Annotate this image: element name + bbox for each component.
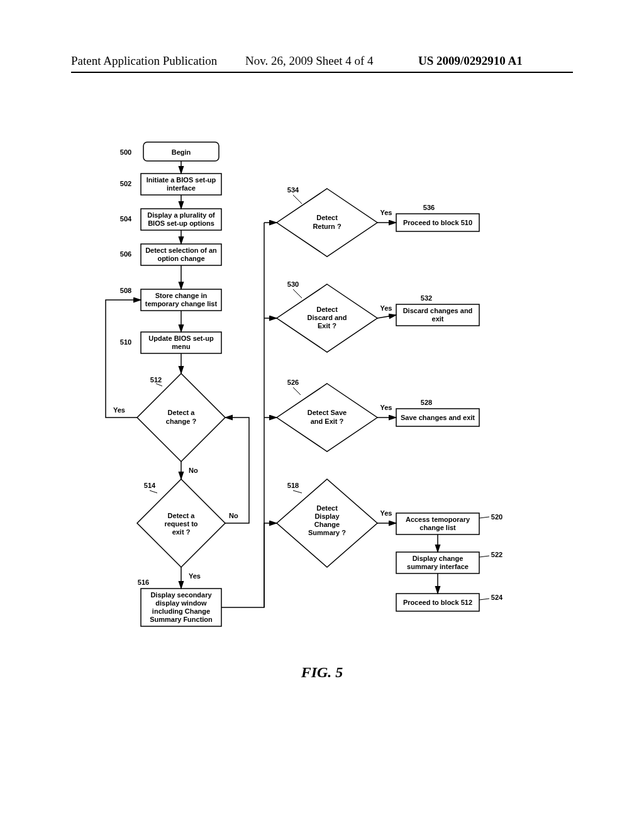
node-522-l1: Display change xyxy=(413,555,464,562)
node-510-l2: menu xyxy=(172,343,190,350)
edge-514-512-no: No xyxy=(229,512,238,519)
label-508: 508 xyxy=(120,287,131,294)
label-504: 504 xyxy=(120,215,132,223)
edge-514-516-yes: Yes xyxy=(189,572,201,580)
node-506-l2: option change xyxy=(157,255,204,262)
node-530-l2: Discard and xyxy=(308,314,347,321)
node-530-l3: Exit ? xyxy=(318,322,336,329)
node-536-text: Proceed to block 510 xyxy=(403,219,472,226)
label-500: 500 xyxy=(120,148,131,156)
label-524: 524 xyxy=(491,594,503,601)
node-528-text: Save changes and exit xyxy=(401,414,475,421)
edge-530-532 xyxy=(377,315,396,318)
node-508-l2: temporary change list xyxy=(145,300,218,307)
node-518-l3: Change xyxy=(314,521,340,528)
edge-534-536-yes: Yes xyxy=(380,209,392,216)
header-right: US 2009/0292910 A1 xyxy=(418,54,523,68)
node-516-l1: Display secondary xyxy=(150,591,212,599)
node-510-l1: Update BIOS set-up xyxy=(148,335,214,342)
node-512-l1: Detect a xyxy=(168,409,196,416)
header-rule xyxy=(71,72,573,73)
node-532-l2: exit xyxy=(432,315,444,323)
node-526-l2: and Exit ? xyxy=(311,418,344,425)
edge-512-508-yes: Yes xyxy=(113,406,125,414)
tick-518 xyxy=(293,490,302,493)
tick-514 xyxy=(150,490,157,493)
node-532-l1: Discard changes and xyxy=(403,307,473,314)
node-518-l1: Detect xyxy=(316,504,338,512)
tick-530 xyxy=(293,289,302,298)
label-526: 526 xyxy=(287,379,299,386)
edge-516-518 xyxy=(221,523,277,607)
label-518: 518 xyxy=(287,482,299,489)
page: Patent Application Publication Nov. 26, … xyxy=(0,0,644,830)
tick-526 xyxy=(293,387,301,395)
node-502-l1: Initiate a BIOS set-up xyxy=(147,176,216,184)
label-520: 520 xyxy=(491,513,502,521)
node-514-l1: Detect a xyxy=(168,512,196,519)
node-530-l1: Detect xyxy=(316,306,338,313)
node-522-l2: summary interface xyxy=(407,563,469,570)
node-512-l2: change ? xyxy=(166,418,197,425)
edge-530-532-yes: Yes xyxy=(380,304,392,312)
label-506: 506 xyxy=(120,250,131,258)
node-516-l4: Summary Function xyxy=(150,616,213,623)
node-518-l2: Display xyxy=(314,512,340,520)
edge-526-528-yes: Yes xyxy=(380,404,392,411)
node-520-l1: Access temoporary xyxy=(406,516,470,523)
edge-512-508 xyxy=(106,300,141,418)
flowchart-svg: Begin 500 Initiate a BIOS set-up interfa… xyxy=(0,116,644,719)
node-500-text: Begin xyxy=(172,148,191,156)
label-536: 536 xyxy=(423,204,435,211)
node-524-text: Proceed to block 512 xyxy=(403,599,472,606)
label-534: 534 xyxy=(287,186,299,194)
node-506-l1: Detect selection of an xyxy=(145,246,217,254)
figure-caption: FIG. 5 xyxy=(0,664,644,681)
node-526-l1: Detect Save xyxy=(308,409,347,416)
label-516: 516 xyxy=(138,578,149,586)
node-518-l4: Summary ? xyxy=(308,529,346,536)
node-534-l2: Return ? xyxy=(313,223,341,230)
node-504-l2: BIOS set-up options xyxy=(148,219,214,227)
tick-522 xyxy=(479,556,489,557)
edge-514-512 xyxy=(225,418,249,523)
node-516-l3: including Change xyxy=(152,607,210,615)
node-504-l1: Display a plurality of xyxy=(147,211,215,219)
label-502: 502 xyxy=(120,180,131,187)
label-514: 514 xyxy=(144,482,156,489)
tick-520 xyxy=(479,517,489,518)
flowchart: Begin 500 Initiate a BIOS set-up interfa… xyxy=(0,116,644,719)
label-510: 510 xyxy=(120,338,131,346)
node-514-l2: request to xyxy=(164,520,197,528)
node-514-l3: exit ? xyxy=(172,528,191,536)
label-512: 512 xyxy=(150,376,162,384)
label-532: 532 xyxy=(421,294,432,302)
node-516-l2: display window xyxy=(155,599,207,607)
edge-518-520-yes: Yes xyxy=(380,509,392,517)
header-middle: Nov. 26, 2009 Sheet 4 of 4 xyxy=(245,54,374,68)
tick-524 xyxy=(479,599,489,600)
header-left: Patent Application Publication xyxy=(71,54,217,68)
tick-534 xyxy=(293,195,302,204)
node-508-l1: Store change in xyxy=(155,292,208,299)
node-520-l2: change list xyxy=(419,524,456,531)
label-530: 530 xyxy=(287,280,299,288)
label-522: 522 xyxy=(491,551,502,558)
node-534-l1: Detect xyxy=(316,214,338,221)
edge-512-514-no: No xyxy=(189,467,198,474)
label-528: 528 xyxy=(421,399,432,406)
node-502-l2: interface xyxy=(167,184,196,192)
tick-512 xyxy=(156,384,162,386)
